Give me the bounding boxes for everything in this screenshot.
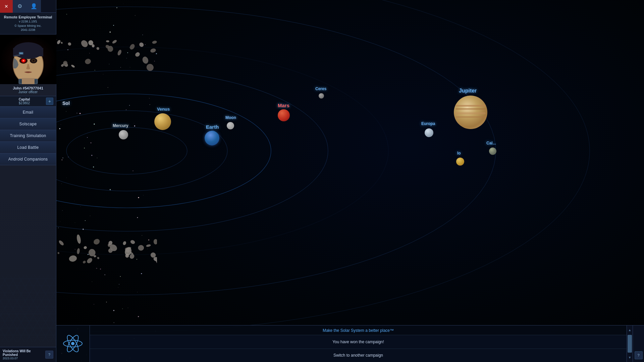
main-view: Sol Mercury Venus Earth Moon Mars Ceres …: [56, 0, 644, 362]
load-battle-nav-button[interactable]: Load Battle: [0, 142, 56, 154]
capital-amount: $23802: [3, 101, 46, 105]
settings-button[interactable]: ⚙: [13, 0, 27, 13]
terminal-copyright: © Space Mining Inc.: [3, 24, 53, 28]
capital-plus-button[interactable]: +: [46, 98, 53, 105]
training-simulation-nav-button[interactable]: Training Simulation: [0, 130, 56, 142]
sidebar-decoration: [0, 275, 56, 342]
violations-title: Violations Will Be Punished: [3, 349, 45, 357]
sidebar-topbar: ✕ ⚙ 👤: [0, 0, 56, 13]
message-help: ?: [633, 325, 644, 362]
message-title: Make the Solar System a better place™: [90, 325, 627, 335]
svg-point-10: [33, 60, 35, 62]
space-background: [56, 0, 644, 362]
close-button[interactable]: ✕: [0, 0, 13, 13]
svg-rect-15: [22, 78, 35, 84]
sidebar: ✕ ⚙ 👤 Remote Employee Terminal v 2238.1.…: [0, 0, 56, 362]
message-box: Make the Solar System a better place™ Yo…: [56, 325, 644, 362]
campaign-won-item[interactable]: You have won the campaign!: [90, 335, 627, 349]
capital-label: Capital: [3, 98, 46, 101]
scroll-down-button[interactable]: ▼: [627, 353, 633, 362]
profile-button[interactable]: 👤: [27, 0, 41, 13]
terminal-title: Remote Employee Terminal: [3, 15, 53, 19]
player-rank: Junior officer: [3, 90, 53, 94]
scroll-up-button[interactable]: ▲: [627, 325, 633, 334]
message-icon: [56, 325, 90, 362]
violations-date: 2023.03.07: [3, 357, 45, 360]
svg-point-6: [23, 60, 24, 61]
svg-rect-17: [19, 53, 23, 54]
settings-icon: ⚙: [17, 3, 22, 9]
atom-icon: [62, 333, 84, 355]
violations-section: Violations Will Be Punished 2023.03.07 ?: [0, 347, 56, 362]
message-scrollbar[interactable]: ▲ ▼: [627, 325, 633, 362]
android-companions-nav-button[interactable]: Android Companions: [0, 154, 56, 165]
svg-point-25: [71, 342, 74, 345]
terminal-info: Remote Employee Terminal v 2238.1.15f1 ©…: [0, 13, 56, 35]
message-body: You have won the campaign! Switch to ano…: [90, 335, 627, 362]
sidebar-bottom: Violations Will Be Punished 2023.03.07 ?: [0, 347, 56, 362]
help-button[interactable]: ?: [45, 351, 53, 359]
terminal-version: v 2238.1.15f1: [3, 19, 53, 24]
player-name: John #547977041: [3, 86, 53, 90]
avatar-image: [0, 35, 56, 84]
message-help-button[interactable]: ?: [635, 351, 643, 359]
player-info: John #547977041 Junior officer: [0, 84, 56, 96]
switch-campaign-item[interactable]: Switch to another campaign: [90, 349, 627, 362]
message-content: Make the Solar System a better place™ Yo…: [90, 325, 627, 362]
avatar: [0, 35, 56, 84]
email-nav-button[interactable]: Email: [0, 107, 56, 118]
solscape-nav-button[interactable]: Solscape: [0, 118, 56, 130]
capital-section: Capital $23802 +: [0, 96, 56, 107]
scroll-thumb[interactable]: [628, 335, 632, 353]
terminal-years: 2041-2238: [3, 28, 53, 32]
profile-icon: 👤: [31, 3, 37, 9]
